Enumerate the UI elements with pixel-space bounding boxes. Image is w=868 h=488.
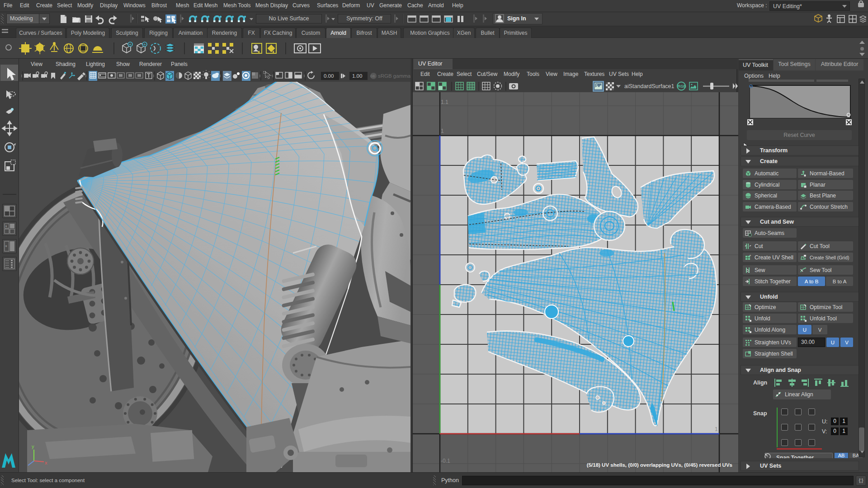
svg-text:-0.1: -0.1	[441, 458, 450, 464]
svg-text:x: x	[45, 460, 47, 465]
svg-text:1: 1	[715, 426, 718, 432]
svg-text:+: +	[143, 42, 146, 47]
svg-text:0.00: 0.00	[324, 73, 334, 79]
svg-text:+: +	[749, 254, 751, 258]
svg-text:sRGB gamma: sRGB gamma	[378, 73, 410, 79]
svg-text:GB: GB	[370, 75, 375, 78]
svg-text:1.00: 1.00	[352, 73, 362, 79]
svg-text:+: +	[5, 244, 7, 249]
svg-text:+: +	[129, 42, 132, 47]
svg-text:1: 1	[441, 128, 444, 134]
svg-text:RGB: RGB	[678, 84, 686, 89]
svg-text:y: y	[32, 444, 34, 449]
svg-text:aiStandardSurface1: aiStandardSurface1	[624, 83, 675, 89]
svg-text:1.1: 1.1	[441, 99, 448, 105]
svg-text:+: +	[5, 224, 7, 229]
svg-text:(5/18) UV shells, (0/0) overla: (5/18) UV shells, (0/0) overlapping UVs,…	[587, 462, 732, 468]
